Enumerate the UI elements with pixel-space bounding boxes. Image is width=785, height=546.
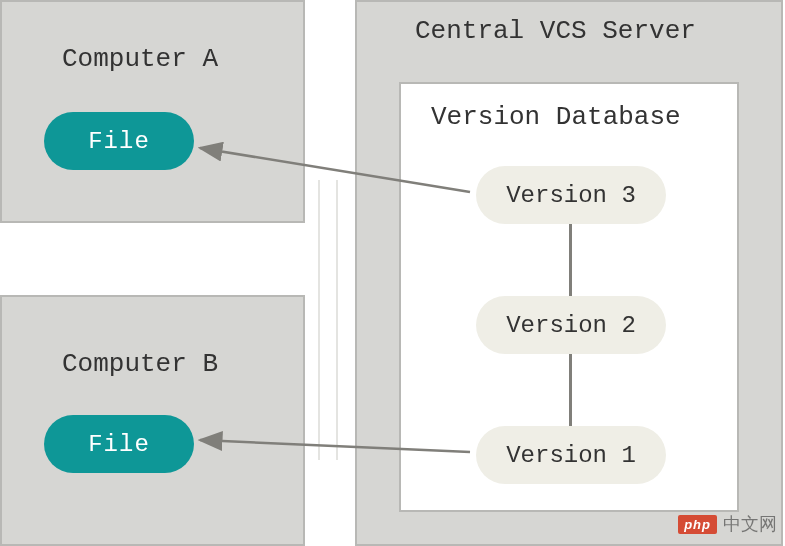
version-database-title: Version Database xyxy=(431,102,681,132)
version-2-node: Version 2 xyxy=(476,296,666,354)
server-title: Central VCS Server xyxy=(415,16,696,46)
computer-b-panel: Computer B File xyxy=(0,295,305,546)
server-panel: Central VCS Server Version Database Vers… xyxy=(355,0,783,546)
connector-v2-v1 xyxy=(569,354,572,426)
connector-v3-v2 xyxy=(569,224,572,296)
version-3-node: Version 3 xyxy=(476,166,666,224)
computer-b-title: Computer B xyxy=(62,349,218,379)
computer-b-file-label: File xyxy=(88,431,150,458)
watermark: php 中文网 xyxy=(678,512,777,536)
computer-a-file: File xyxy=(44,112,194,170)
computer-a-panel: Computer A File xyxy=(0,0,305,223)
version-2-label: Version 2 xyxy=(506,312,636,339)
version-1-node: Version 1 xyxy=(476,426,666,484)
watermark-text: 中文网 xyxy=(723,512,777,536)
version-database-box: Version Database Version 3 Version 2 Ver… xyxy=(399,82,739,512)
computer-b-file: File xyxy=(44,415,194,473)
version-3-label: Version 3 xyxy=(506,182,636,209)
background-strip xyxy=(318,180,338,460)
watermark-logo: php xyxy=(678,515,717,534)
version-1-label: Version 1 xyxy=(506,442,636,469)
computer-a-title: Computer A xyxy=(62,44,218,74)
computer-a-file-label: File xyxy=(88,128,150,155)
